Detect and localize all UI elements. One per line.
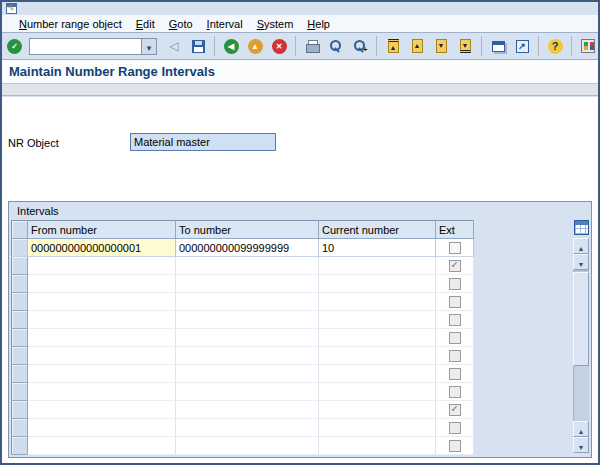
row-selector[interactable] xyxy=(12,383,28,401)
cell-from-number[interactable] xyxy=(28,401,176,419)
cell-from-number[interactable] xyxy=(28,311,176,329)
cell-from-number[interactable] xyxy=(28,437,176,455)
row-selector[interactable] xyxy=(12,437,28,455)
cell-current-number[interactable] xyxy=(319,275,436,293)
scroll-up-button[interactable] xyxy=(573,238,589,254)
first-page-button[interactable]: ▲ xyxy=(382,35,404,57)
ext-checkbox[interactable] xyxy=(449,386,461,398)
cell-from-number[interactable] xyxy=(28,329,176,347)
row-selector[interactable] xyxy=(12,293,28,311)
scroll-down-button[interactable] xyxy=(573,254,589,270)
cell-current-number[interactable] xyxy=(319,329,436,347)
ext-checkbox[interactable] xyxy=(449,350,461,362)
cell-to-number[interactable] xyxy=(176,365,319,383)
ext-checkbox[interactable] xyxy=(449,314,461,326)
ext-checkbox[interactable] xyxy=(449,260,461,272)
cell-from-number[interactable] xyxy=(28,347,176,365)
nr-object-field[interactable] xyxy=(130,133,276,151)
col-header-from-number[interactable]: From number xyxy=(28,221,176,239)
cell-current-number[interactable] xyxy=(319,437,436,455)
back-button[interactable]: ◀ xyxy=(220,35,242,57)
scroll-down-button-bottom[interactable] xyxy=(573,437,589,453)
next-page-button[interactable]: ▼ xyxy=(430,35,452,57)
save-button[interactable] xyxy=(187,35,209,57)
back-triangle-button[interactable]: ◁ xyxy=(163,35,185,57)
row-selector[interactable] xyxy=(12,275,28,293)
cell-from-number[interactable] xyxy=(28,257,176,275)
ext-checkbox[interactable] xyxy=(449,368,461,380)
row-selector[interactable] xyxy=(12,365,28,383)
new-session-button[interactable] xyxy=(487,35,509,57)
find-icon xyxy=(329,39,344,54)
cell-current-number[interactable] xyxy=(319,293,436,311)
menu-system[interactable]: System xyxy=(250,16,301,32)
cell-to-number[interactable]: 000000000099999999 xyxy=(176,239,319,257)
scrollbar-track[interactable] xyxy=(573,270,589,421)
scroll-up-button-bottom[interactable] xyxy=(573,421,589,437)
col-header-to-number[interactable]: To number xyxy=(176,221,319,239)
customize-button[interactable] xyxy=(577,35,599,57)
col-header-current-number[interactable]: Current number xyxy=(319,221,436,239)
cell-to-number[interactable] xyxy=(176,437,319,455)
cell-to-number[interactable] xyxy=(176,347,319,365)
cell-current-number[interactable] xyxy=(319,257,436,275)
table-settings-icon[interactable] xyxy=(574,220,589,235)
row-selector[interactable] xyxy=(12,347,28,365)
selector-column-header[interactable] xyxy=(12,221,28,239)
last-page-button[interactable]: ▼ xyxy=(454,35,476,57)
command-field[interactable] xyxy=(29,38,141,55)
row-selector[interactable] xyxy=(12,257,28,275)
find-button[interactable] xyxy=(325,35,347,57)
ext-checkbox[interactable] xyxy=(449,440,461,452)
cell-current-number[interactable] xyxy=(319,311,436,329)
cell-current-number[interactable] xyxy=(319,383,436,401)
cell-from-number[interactable] xyxy=(28,275,176,293)
ext-checkbox[interactable] xyxy=(449,404,461,416)
cell-to-number[interactable] xyxy=(176,257,319,275)
cell-from-number[interactable] xyxy=(28,293,176,311)
cell-to-number[interactable] xyxy=(176,311,319,329)
row-selector[interactable] xyxy=(12,311,28,329)
cell-from-number[interactable] xyxy=(28,383,176,401)
cell-to-number[interactable] xyxy=(176,275,319,293)
cell-to-number[interactable] xyxy=(176,419,319,437)
row-selector[interactable] xyxy=(12,419,28,437)
cell-current-number[interactable] xyxy=(319,365,436,383)
col-header-ext[interactable]: Ext xyxy=(436,221,474,239)
cell-to-number[interactable] xyxy=(176,293,319,311)
menu-edit[interactable]: Edit xyxy=(129,16,162,32)
cell-to-number[interactable] xyxy=(176,329,319,347)
menu-number-range-object[interactable]: Number range object xyxy=(12,16,129,32)
cancel-button[interactable]: ✕ xyxy=(268,35,290,57)
ext-checkbox[interactable] xyxy=(449,242,461,254)
command-history-button[interactable] xyxy=(141,38,157,55)
cell-from-number[interactable]: 000000000000000001 xyxy=(28,239,176,257)
cell-to-number[interactable] xyxy=(176,383,319,401)
cell-to-number[interactable] xyxy=(176,401,319,419)
row-selector[interactable] xyxy=(12,329,28,347)
ext-checkbox[interactable] xyxy=(449,278,461,290)
ext-checkbox[interactable] xyxy=(449,296,461,308)
cell-current-number[interactable] xyxy=(319,401,436,419)
cell-from-number[interactable] xyxy=(28,419,176,437)
scrollbar-thumb[interactable] xyxy=(573,272,589,366)
row-selector[interactable] xyxy=(12,401,28,419)
menu-interval[interactable]: Interval xyxy=(200,16,250,32)
row-selector[interactable] xyxy=(12,239,28,257)
ext-checkbox[interactable] xyxy=(449,332,461,344)
print-button[interactable] xyxy=(301,35,323,57)
exit-button[interactable]: ▲ xyxy=(244,35,266,57)
cell-from-number[interactable] xyxy=(28,365,176,383)
menu-goto[interactable]: Goto xyxy=(162,16,200,32)
ext-checkbox[interactable] xyxy=(449,422,461,434)
shortcut-button[interactable]: ↗ xyxy=(511,35,533,57)
screen-icon[interactable] xyxy=(6,3,17,14)
enter-button[interactable] xyxy=(6,35,23,57)
menu-help[interactable]: Help xyxy=(300,16,337,32)
cell-current-number[interactable] xyxy=(319,347,436,365)
cell-current-number[interactable]: 10 xyxy=(319,239,436,257)
find-next-button[interactable]: + xyxy=(349,35,371,57)
cell-current-number[interactable] xyxy=(319,419,436,437)
previous-page-button[interactable]: ▲ xyxy=(406,35,428,57)
help-button[interactable]: ? xyxy=(544,35,566,57)
